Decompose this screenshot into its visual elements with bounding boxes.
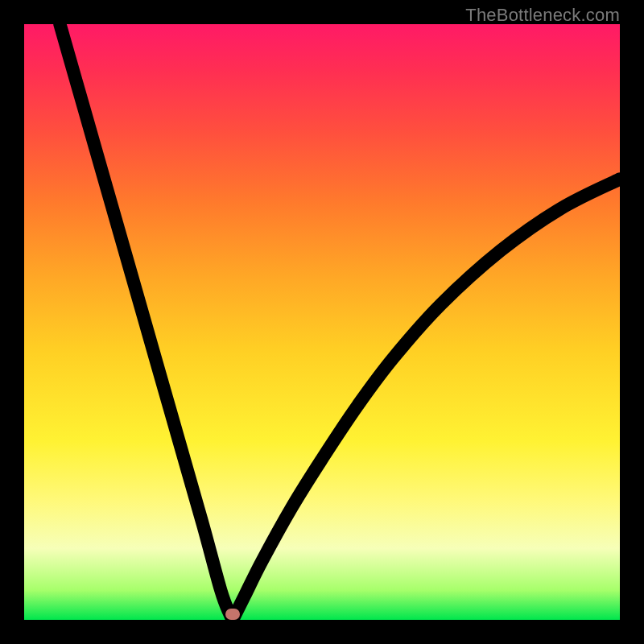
- plot-area: [24, 24, 620, 620]
- chart-frame: TheBottleneck.com: [0, 0, 644, 644]
- minimum-marker: [225, 609, 240, 620]
- bottleneck-curve: [60, 24, 620, 620]
- curve-svg: [24, 24, 620, 620]
- watermark-text: TheBottleneck.com: [465, 5, 620, 26]
